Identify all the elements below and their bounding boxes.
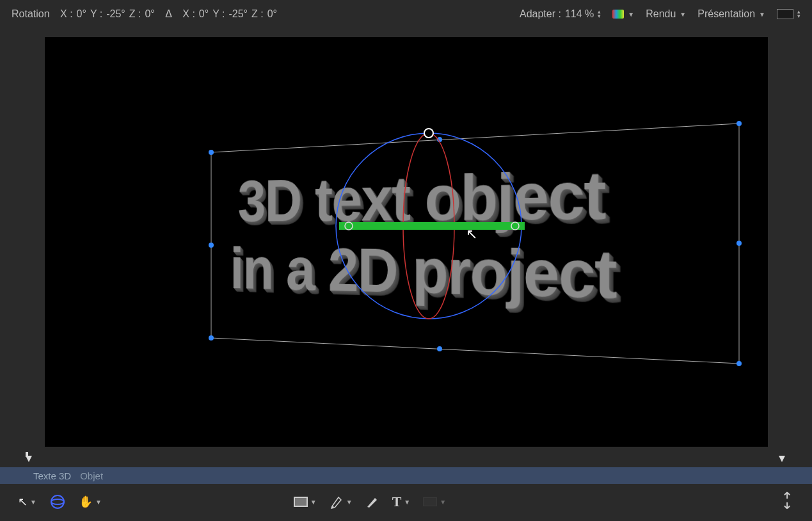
chevron-down-icon: ▼ xyxy=(680,11,686,18)
delta-x-label: X : xyxy=(182,8,195,20)
rotate-3d-icon xyxy=(49,493,66,510)
chevron-down-icon: ▼ xyxy=(310,499,317,506)
fit-value: 114 % xyxy=(565,8,594,20)
handle-right-mid[interactable] xyxy=(736,241,742,246)
svg-point-1 xyxy=(51,499,64,504)
arrow-icon: ↖ xyxy=(18,495,28,509)
svg-point-0 xyxy=(51,495,64,508)
svg-point-2 xyxy=(331,506,333,508)
color-swatch-icon xyxy=(612,10,624,19)
text-icon: T xyxy=(392,493,402,510)
expand-icon xyxy=(777,490,797,510)
viewport[interactable]: 3D text object in a 2D project xyxy=(45,37,768,447)
chevron-down-icon: ▼ xyxy=(346,499,353,506)
view-tool[interactable]: ▼ xyxy=(423,497,446,506)
rot-y-label: Y : xyxy=(90,8,102,20)
rotate-3d-tool[interactable] xyxy=(49,493,66,510)
rot-y-value: -25° xyxy=(106,8,125,20)
delta-y-label: Y : xyxy=(212,8,225,20)
chevron-down-icon: ▼ xyxy=(404,499,410,506)
color-dropdown[interactable]: ▼ xyxy=(612,10,634,19)
text3d-line2: in a 2D project xyxy=(230,235,616,314)
rotation-readout: Rotation X : 0° Y : -25° Z : 0° Δ X : 0°… xyxy=(12,8,277,20)
rot-z-value: 0° xyxy=(145,8,154,20)
chevron-down-icon: ▼ xyxy=(440,499,446,506)
handle-bottom-left[interactable] xyxy=(209,335,214,341)
top-toolbar-right: Adapter : 114 % ▴▾ ▼ Rendu ▼ Présentatio… xyxy=(520,8,800,20)
chevron-down-icon: ▼ xyxy=(759,11,765,18)
fit-dropdown[interactable]: Adapter : 114 % ▴▾ xyxy=(520,8,601,20)
brush-tool[interactable] xyxy=(365,495,379,509)
ring-handle-top[interactable] xyxy=(424,129,433,138)
rot-z-label: Z : xyxy=(129,8,141,20)
bottom-toolbar: ↖ ▼ ✋ ▼ ▼ ▼ T ▼ ▼ xyxy=(0,484,812,520)
chevron-down-icon: ▼ xyxy=(95,499,102,506)
chevron-down-icon: ▼ xyxy=(30,499,36,506)
stepper-icon: ▴▾ xyxy=(797,10,800,19)
hand-icon: ✋ xyxy=(79,495,93,509)
top-toolbar: Rotation X : 0° Y : -25° Z : 0° Δ X : 0°… xyxy=(0,0,812,28)
rectangle-icon xyxy=(294,497,308,507)
pen-tool[interactable]: ▼ xyxy=(330,495,353,509)
layer-tab-strip: Texte 3D Objet xyxy=(0,467,812,484)
text3d-object[interactable]: 3D text object in a 2D project xyxy=(200,163,612,307)
delta-z-label: Z : xyxy=(251,8,264,20)
stepper-icon: ▴▾ xyxy=(598,10,601,19)
render-dropdown[interactable]: Rendu ▼ xyxy=(646,8,686,20)
rotation-label: Rotation xyxy=(12,8,50,20)
fit-label: Adapter : xyxy=(520,8,561,20)
delta-y-value: -25° xyxy=(228,8,248,20)
presentation-dropdown[interactable]: Présentation ▼ xyxy=(697,8,765,20)
rot-x-label: X : xyxy=(60,8,73,20)
text3d-line1: 3D text object xyxy=(230,156,616,234)
render-label: Rendu xyxy=(646,8,676,20)
handle-top-right[interactable] xyxy=(736,121,742,126)
delta-symbol: Δ xyxy=(165,8,172,20)
background-dropdown[interactable]: ▴▾ xyxy=(777,9,800,19)
text-tool[interactable]: T ▼ xyxy=(392,493,411,510)
delta-z-value: 0° xyxy=(267,8,277,20)
hand-tool[interactable]: ✋ ▼ xyxy=(79,495,102,509)
in-point-handle[interactable] xyxy=(26,456,32,462)
view-icon xyxy=(423,497,437,506)
background-swatch-icon xyxy=(777,9,793,19)
shape-tool[interactable]: ▼ xyxy=(294,497,317,507)
rot-x-value: 0° xyxy=(77,8,86,20)
canvas-area: 3D text object in a 2D project xyxy=(0,28,812,456)
handle-bottom-right[interactable] xyxy=(736,361,742,366)
tab-objet[interactable]: Objet xyxy=(80,470,103,481)
select-tool[interactable]: ↖ ▼ xyxy=(18,495,36,509)
handle-top-mid[interactable] xyxy=(437,137,442,142)
handle-bottom-mid[interactable] xyxy=(437,346,442,351)
brush-icon xyxy=(365,495,379,509)
delta-x-value: 0° xyxy=(199,8,209,20)
chevron-down-icon: ▼ xyxy=(628,11,634,18)
timeline-ruler[interactable] xyxy=(0,456,812,467)
tab-texte-3d[interactable]: Texte 3D xyxy=(33,470,71,481)
out-point-handle[interactable] xyxy=(779,456,785,462)
handle-top-left[interactable] xyxy=(209,150,214,155)
pen-icon xyxy=(330,495,344,509)
presentation-label: Présentation xyxy=(697,8,755,20)
fullscreen-button[interactable] xyxy=(774,490,797,513)
